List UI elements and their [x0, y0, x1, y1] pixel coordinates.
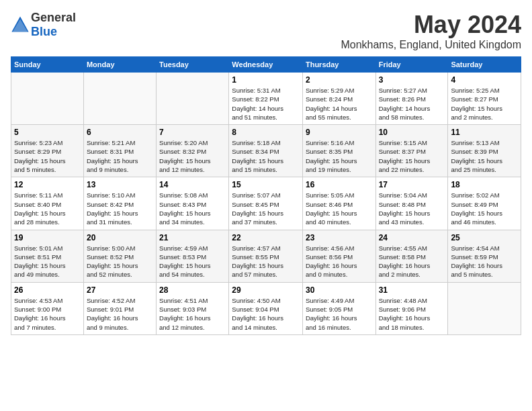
day-info: Sunrise: 4:53 AM Sunset: 9:00 PM Dayligh… [14, 296, 81, 332]
header-cell-monday: Monday [83, 57, 156, 73]
calendar-cell: 19Sunrise: 5:01 AM Sunset: 8:51 PM Dayli… [11, 230, 84, 282]
week-row-3: 12Sunrise: 5:11 AM Sunset: 8:40 PM Dayli… [11, 177, 521, 230]
calendar-cell: 12Sunrise: 5:11 AM Sunset: 8:40 PM Dayli… [11, 177, 84, 230]
logo-icon [11, 15, 30, 34]
day-info: Sunrise: 5:07 AM Sunset: 8:45 PM Dayligh… [232, 191, 300, 226]
calendar-cell: 22Sunrise: 4:57 AM Sunset: 8:55 PM Dayli… [229, 230, 303, 282]
logo-text-blue: Blue [31, 25, 57, 38]
day-number: 27 [87, 285, 153, 295]
day-number: 28 [159, 285, 226, 295]
day-info: Sunrise: 5:29 AM Sunset: 8:24 PM Dayligh… [306, 86, 373, 122]
calendar-cell: 14Sunrise: 5:08 AM Sunset: 8:43 PM Dayli… [157, 177, 229, 230]
day-number: 16 [306, 180, 373, 189]
calendar-cell [157, 73, 229, 125]
calendar-cell: 9Sunrise: 5:16 AM Sunset: 8:35 PM Daylig… [302, 125, 375, 177]
day-info: Sunrise: 5:08 AM Sunset: 8:43 PM Dayligh… [159, 191, 226, 226]
day-number: 24 [379, 233, 445, 242]
month-title: May 2024 [341, 11, 521, 39]
calendar-cell: 10Sunrise: 5:15 AM Sunset: 8:37 PM Dayli… [375, 125, 448, 177]
calendar-cell: 1Sunrise: 5:31 AM Sunset: 8:22 PM Daylig… [229, 73, 303, 125]
calendar-cell: 30Sunrise: 4:49 AM Sunset: 9:05 PM Dayli… [302, 282, 375, 334]
calendar-cell: 29Sunrise: 4:50 AM Sunset: 9:04 PM Dayli… [229, 282, 303, 334]
day-info: Sunrise: 4:54 AM Sunset: 8:59 PM Dayligh… [451, 244, 518, 279]
day-info: Sunrise: 4:57 AM Sunset: 8:55 PM Dayligh… [232, 244, 300, 279]
day-info: Sunrise: 4:55 AM Sunset: 8:58 PM Dayligh… [379, 244, 445, 279]
day-number: 10 [379, 128, 445, 137]
day-info: Sunrise: 4:49 AM Sunset: 9:05 PM Dayligh… [306, 296, 373, 332]
day-number: 20 [87, 233, 153, 242]
header: General Blue May 2024 Monkhams, England,… [11, 11, 521, 51]
day-info: Sunrise: 5:16 AM Sunset: 8:35 PM Dayligh… [306, 138, 373, 174]
day-number: 25 [451, 233, 518, 242]
calendar-cell: 20Sunrise: 5:00 AM Sunset: 8:52 PM Dayli… [83, 230, 156, 282]
calendar-cell: 31Sunrise: 4:48 AM Sunset: 9:06 PM Dayli… [375, 282, 448, 334]
calendar-cell [448, 282, 521, 334]
day-info: Sunrise: 4:48 AM Sunset: 9:06 PM Dayligh… [379, 296, 445, 332]
day-number: 6 [87, 128, 153, 137]
day-number: 8 [232, 128, 300, 137]
header-cell-sunday: Sunday [11, 57, 84, 73]
logo-text-general: General [31, 11, 76, 24]
day-number: 26 [14, 285, 81, 295]
day-number: 31 [379, 285, 445, 295]
calendar-cell: 28Sunrise: 4:51 AM Sunset: 9:03 PM Dayli… [157, 282, 229, 334]
calendar-cell: 18Sunrise: 5:02 AM Sunset: 8:49 PM Dayli… [448, 177, 521, 230]
day-number: 29 [232, 285, 300, 295]
calendar-cell: 7Sunrise: 5:20 AM Sunset: 8:32 PM Daylig… [157, 125, 229, 177]
header-cell-friday: Friday [375, 57, 448, 73]
day-info: Sunrise: 4:59 AM Sunset: 8:53 PM Dayligh… [159, 244, 226, 279]
day-info: Sunrise: 5:11 AM Sunset: 8:40 PM Dayligh… [14, 191, 81, 226]
day-info: Sunrise: 5:02 AM Sunset: 8:49 PM Dayligh… [451, 191, 518, 226]
calendar-cell: 3Sunrise: 5:27 AM Sunset: 8:26 PM Daylig… [375, 73, 448, 125]
calendar-cell: 26Sunrise: 4:53 AM Sunset: 9:00 PM Dayli… [11, 282, 84, 334]
calendar-cell: 6Sunrise: 5:21 AM Sunset: 8:31 PM Daylig… [83, 125, 156, 177]
calendar-cell: 21Sunrise: 4:59 AM Sunset: 8:53 PM Dayli… [157, 230, 229, 282]
day-number: 30 [306, 285, 373, 295]
calendar-body: 1Sunrise: 5:31 AM Sunset: 8:22 PM Daylig… [11, 73, 521, 335]
day-number: 3 [379, 75, 445, 85]
day-info: Sunrise: 5:18 AM Sunset: 8:34 PM Dayligh… [232, 138, 300, 174]
header-cell-wednesday: Wednesday [229, 57, 303, 73]
day-info: Sunrise: 4:52 AM Sunset: 9:01 PM Dayligh… [87, 296, 153, 332]
day-info: Sunrise: 5:04 AM Sunset: 8:48 PM Dayligh… [379, 191, 445, 226]
day-number: 1 [232, 75, 300, 85]
day-info: Sunrise: 4:51 AM Sunset: 9:03 PM Dayligh… [159, 296, 226, 332]
day-number: 2 [306, 75, 373, 85]
day-info: Sunrise: 4:56 AM Sunset: 8:56 PM Dayligh… [306, 244, 373, 279]
calendar-cell: 16Sunrise: 5:05 AM Sunset: 8:46 PM Dayli… [302, 177, 375, 230]
day-info: Sunrise: 5:25 AM Sunset: 8:27 PM Dayligh… [451, 86, 518, 122]
week-row-1: 1Sunrise: 5:31 AM Sunset: 8:22 PM Daylig… [11, 73, 521, 125]
day-number: 11 [451, 128, 518, 137]
day-number: 15 [232, 180, 300, 189]
day-info: Sunrise: 5:20 AM Sunset: 8:32 PM Dayligh… [159, 138, 226, 174]
day-info: Sunrise: 5:27 AM Sunset: 8:26 PM Dayligh… [379, 86, 445, 122]
header-cell-saturday: Saturday [448, 57, 521, 73]
day-number: 23 [306, 233, 373, 242]
calendar-cell [11, 73, 84, 125]
day-info: Sunrise: 5:21 AM Sunset: 8:31 PM Dayligh… [87, 138, 153, 174]
day-number: 13 [87, 180, 153, 189]
day-number: 12 [14, 180, 81, 189]
day-number: 19 [14, 233, 81, 242]
calendar-cell: 4Sunrise: 5:25 AM Sunset: 8:27 PM Daylig… [448, 73, 521, 125]
week-row-5: 26Sunrise: 4:53 AM Sunset: 9:00 PM Dayli… [11, 282, 521, 334]
day-number: 4 [451, 75, 518, 85]
day-number: 9 [306, 128, 373, 137]
calendar-cell: 5Sunrise: 5:23 AM Sunset: 8:29 PM Daylig… [11, 125, 84, 177]
calendar-header-row: SundayMondayTuesdayWednesdayThursdayFrid… [11, 57, 521, 73]
day-number: 22 [232, 233, 300, 242]
header-cell-tuesday: Tuesday [157, 57, 229, 73]
day-number: 14 [159, 180, 226, 189]
logo: General Blue [11, 11, 76, 39]
day-info: Sunrise: 4:50 AM Sunset: 9:04 PM Dayligh… [232, 296, 300, 332]
header-cell-thursday: Thursday [302, 57, 375, 73]
calendar-cell: 15Sunrise: 5:07 AM Sunset: 8:45 PM Dayli… [229, 177, 303, 230]
day-info: Sunrise: 5:13 AM Sunset: 8:39 PM Dayligh… [451, 138, 518, 174]
day-info: Sunrise: 5:23 AM Sunset: 8:29 PM Dayligh… [14, 138, 81, 174]
day-number: 17 [379, 180, 445, 189]
day-info: Sunrise: 5:01 AM Sunset: 8:51 PM Dayligh… [14, 244, 81, 279]
day-info: Sunrise: 5:10 AM Sunset: 8:42 PM Dayligh… [87, 191, 153, 226]
calendar-cell: 23Sunrise: 4:56 AM Sunset: 8:56 PM Dayli… [302, 230, 375, 282]
calendar-cell: 2Sunrise: 5:29 AM Sunset: 8:24 PM Daylig… [302, 73, 375, 125]
day-number: 7 [159, 128, 226, 137]
